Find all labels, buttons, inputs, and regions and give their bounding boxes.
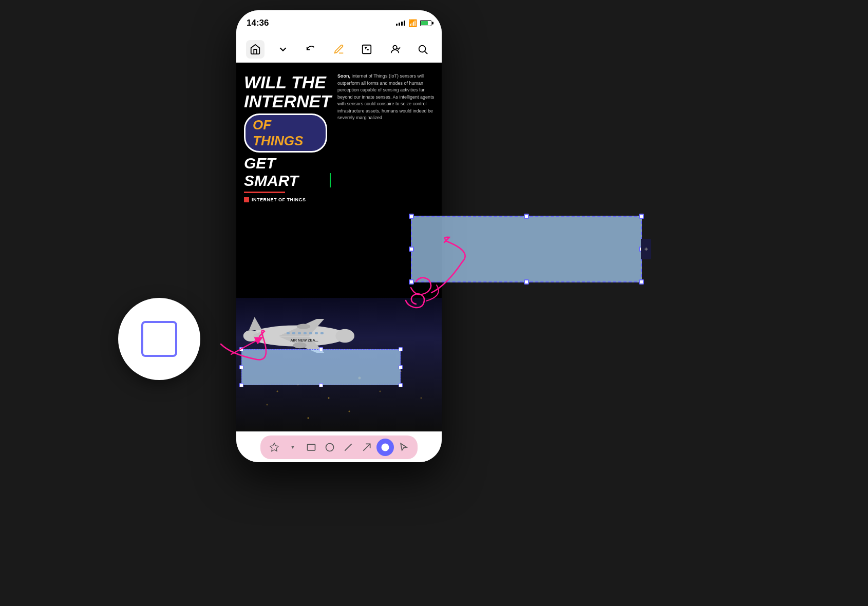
line-tool-button[interactable] [339,439,357,456]
circle-tool-button[interactable] [321,439,338,456]
svg-point-24 [326,443,334,451]
home-button[interactable] [246,40,265,59]
svg-rect-16 [309,332,312,334]
large-handle-br[interactable] [639,279,644,285]
article-right-column: Soon, Internet of Things (IoT) sensors w… [335,63,442,132]
article-left-column: WILL THE INTERNET OF THINGS GET SMART IN… [236,63,335,213]
svg-point-2 [419,45,425,52]
svg-point-21 [297,324,310,329]
corner-expand-icon [641,239,651,259]
handle-mr[interactable] [399,365,403,369]
tag-text: INTERNET OF THINGS [252,197,306,202]
bottom-selection-box[interactable] [241,349,401,385]
title-get-smart: GET SMART [244,155,327,190]
article-tag: INTERNET OF THINGS [244,197,327,202]
nav-bar [236,36,442,63]
title-internet: INTERNET [244,92,327,111]
handle-bm[interactable] [319,383,323,387]
large-handle-tl[interactable] [409,214,414,219]
large-handle-ml[interactable] [409,247,414,252]
status-time: 14:36 [247,18,269,28]
svg-rect-12 [287,332,290,334]
undo-button[interactable] [302,40,320,59]
wifi-icon: 📶 [408,19,417,27]
large-selection-box[interactable] [411,216,642,282]
handle-tm[interactable] [319,347,323,351]
svg-marker-22 [270,443,279,451]
handle-ml[interactable] [239,365,243,369]
svg-marker-7 [249,317,262,330]
dropdown-button[interactable] [274,40,292,59]
svg-rect-15 [304,332,307,334]
handle-tr[interactable] [399,347,403,351]
status-bar: 14:36 📶 [236,10,442,36]
handle-tl[interactable] [239,347,243,351]
title-will-the: WILL THE [244,73,327,92]
earth-background: AIR NEW ZEA... [236,298,442,431]
large-handle-tm[interactable] [524,214,529,219]
profile-button[interactable] [386,40,404,59]
bottom-toolbar: ▼ [236,431,442,462]
svg-rect-17 [315,332,318,334]
filled-circle-tool-button[interactable] [376,439,394,456]
handle-bl[interactable] [239,383,243,387]
large-handle-tr[interactable] [639,214,644,219]
earth-image-section: AIR NEW ZEA... [236,298,442,431]
title-of-things-badge: OF THINGS [244,113,327,153]
cursor-line [330,173,331,187]
svg-point-1 [393,45,397,49]
shapes-star-button[interactable] [266,439,283,456]
svg-line-3 [425,51,427,54]
pen-button[interactable] [330,40,348,59]
square-shape-icon [141,321,177,357]
large-handle-bl[interactable] [409,279,414,285]
floating-circle-icon[interactable] [118,298,200,380]
shape-toolbar-group: ▼ [260,435,418,459]
svg-rect-23 [308,444,315,450]
arrow-tool-button[interactable] [358,439,375,456]
status-icons: 📶 [396,19,431,27]
handle-br[interactable] [399,383,403,387]
title-underline [244,192,285,193]
signal-dots [396,21,405,26]
svg-line-25 [345,444,351,450]
article-body: Soon, Internet of Things (IoT) sensors w… [337,73,437,122]
large-handle-bm[interactable] [524,279,529,285]
select-tool-button[interactable] [395,439,412,456]
title-of-things-text: OF THINGS [253,117,303,148]
svg-text:AIR NEW ZEA...: AIR NEW ZEA... [290,338,318,343]
svg-rect-13 [292,332,295,334]
shapes-chevron-button[interactable]: ▼ [284,439,301,456]
battery-icon [420,20,431,26]
chevron-down-icon: ▼ [290,444,295,450]
search-button[interactable] [413,40,432,59]
svg-rect-18 [320,332,324,334]
rectangle-tool-button[interactable] [303,439,320,456]
translate-button[interactable] [357,40,376,59]
svg-point-20 [293,342,306,348]
svg-point-27 [382,443,389,451]
tag-square-icon [244,197,249,202]
svg-rect-14 [298,332,301,334]
svg-point-5 [335,329,354,343]
svg-line-26 [363,444,370,450]
